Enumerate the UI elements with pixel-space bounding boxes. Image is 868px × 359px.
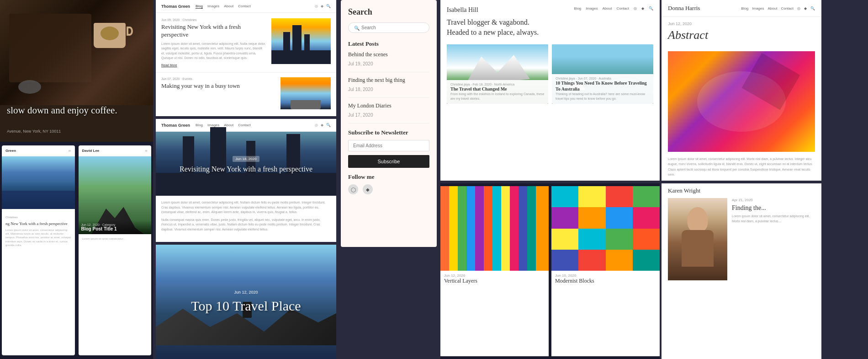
article-1-meta: Jun 09, 2020 · Christines xyxy=(161,18,266,21)
post-3-title[interactable]: My London Diaries xyxy=(348,102,429,109)
blog-twitter-icon[interactable]: ◆ xyxy=(321,4,323,8)
blog-search-icon-mid[interactable]: 🔍 xyxy=(326,123,331,127)
latest-posts-heading: Latest Posts xyxy=(348,40,429,48)
blog-logo-top: Thomas Green xyxy=(161,4,190,9)
donna-header: Donna Harris Blog Images About Contact ◎… xyxy=(662,0,821,17)
coffee-overlay-text: slow down and enjoy coffee. xyxy=(7,104,117,117)
blog-twitter-icon-mid[interactable]: ◆ xyxy=(321,123,323,127)
isabella-blogger-card: Isabella Hill Blog Images About Contact … xyxy=(440,0,660,181)
blog-nav-icons-top: ◎ ◆ 🔍 xyxy=(315,4,331,8)
bridge-shape xyxy=(291,100,321,109)
post-2-title[interactable]: Finding the next big thing xyxy=(348,77,429,84)
karen-name: Karen Wright xyxy=(668,187,700,194)
green-article-title: ng New York with a fresh perspective xyxy=(5,221,71,227)
donna-nav: Blog Images About Contact ◎ ◆ 🔍 xyxy=(741,6,815,11)
search-box[interactable]: 🔍 xyxy=(348,22,429,33)
blog-insta-icon[interactable]: ◎ xyxy=(315,4,318,8)
isabella-insta-icon[interactable]: ◎ xyxy=(634,6,637,11)
subscribe-button[interactable]: Subscribe xyxy=(348,155,429,168)
img-2-title[interactable]: 10 Things You Need To Know Before Travel… xyxy=(556,80,650,92)
blog-search-icon[interactable]: 🔍 xyxy=(326,4,331,8)
karen-content: Apr 21, 2020 Finding the... Lorem ipsum … xyxy=(662,198,821,285)
column-1: Home Blog About Contact ◎ ◆ ◄ xyxy=(0,0,153,359)
cup-handle xyxy=(127,27,133,36)
article-1-text: Jun 09, 2020 · Christines Revisiting New… xyxy=(161,18,266,67)
karen-article-title[interactable]: Finding the... xyxy=(732,204,815,212)
isabella-card-top: Isabella Hill Blog Images About Contact … xyxy=(447,6,653,14)
article-1-title[interactable]: Revisiting New York with a fresh perspec… xyxy=(161,23,266,39)
isabella-nav-contact[interactable]: Contact xyxy=(616,6,629,11)
twitter-social-icon[interactable]: ◆ xyxy=(363,184,373,194)
donna-nav-about[interactable]: About xyxy=(768,6,778,11)
mid-hero-title[interactable]: Revisiting New York with a fresh perspec… xyxy=(180,165,312,174)
mobile-david-header: David Lee ≡ xyxy=(79,145,152,156)
coffee-tray xyxy=(9,14,91,82)
donna-insta-icon[interactable]: ◎ xyxy=(797,6,800,11)
donna-nav-images[interactable]: Images xyxy=(752,6,764,11)
post-item-2[interactable]: Finding the next big thing Jul 18, 2020 xyxy=(348,77,429,98)
isabella-bio: Travel blogger & vagabond. Headed to a n… xyxy=(447,17,653,38)
img-2-date: Christine.jaya - Jun 07, 2020 · Australi… xyxy=(556,77,650,80)
img-1-date: Christine.jaya - Feb 18, 2020 · North Am… xyxy=(450,83,545,86)
abstract-gradient xyxy=(668,51,815,152)
nav-blog-link-mid[interactable]: Blog xyxy=(196,123,203,127)
follow-section: Follow me ◯ ◆ xyxy=(348,173,429,194)
block-7 xyxy=(606,207,633,228)
post-2-date: Jul 18, 2020 xyxy=(348,87,373,92)
isabella-img-1[interactable]: Christine.jaya - Feb 18, 2020 · North Am… xyxy=(447,44,548,104)
vertical-layers-image xyxy=(440,186,549,271)
david-hamburger-icon[interactable]: ≡ xyxy=(145,148,148,153)
nav-about-link[interactable]: About xyxy=(224,4,233,9)
block-8 xyxy=(633,207,660,228)
gallery-item-1[interactable]: Jun 12, 2020 Vertical Layers xyxy=(440,186,549,356)
coffee-bowl xyxy=(18,80,41,94)
donna-nav-contact[interactable]: Contact xyxy=(781,6,794,11)
block-14 xyxy=(578,250,605,271)
search-input[interactable] xyxy=(361,25,423,30)
blog-insta-icon-mid[interactable]: ◎ xyxy=(315,123,318,127)
mid-hero-overlay: Jun 18, 2020 Revisiting New York with a … xyxy=(180,154,312,174)
karen-article-date: Apr 21, 2020 xyxy=(732,198,815,202)
instagram-social-icon[interactable]: ◯ xyxy=(348,184,358,194)
nav-contact-link[interactable]: Contact xyxy=(238,4,251,9)
block-15 xyxy=(606,250,633,271)
img-1-title[interactable]: The Travel that Changed Me xyxy=(450,86,545,92)
isabella-twitter-icon[interactable]: ◆ xyxy=(641,6,644,11)
gallery-item-2[interactable]: Jun 10, 2020 Modernist Blocks xyxy=(551,186,660,356)
hamburger-icon[interactable]: ≡ xyxy=(69,148,71,153)
nav-images-link[interactable]: Images xyxy=(207,4,219,9)
article-2-title[interactable]: Making your way in a busy town xyxy=(161,82,275,90)
gallery-1-title[interactable]: Vertical Layers xyxy=(444,278,545,284)
david-article-body: Lorem ipsum sit amet consectetur... xyxy=(82,237,148,241)
blog-nav-links-mid: Blog Images About Contact xyxy=(196,123,251,127)
isabella-nav-about[interactable]: About xyxy=(603,6,612,11)
donna-nav-blog[interactable]: Blog xyxy=(741,6,748,11)
isabella-img-2[interactable]: Christine.jaya - Jun 07, 2020 · Australi… xyxy=(552,44,653,104)
nav-about-link-mid[interactable]: About xyxy=(224,123,233,127)
blog-card-bottom: Jun 12, 2020 Top 10 Travel Place xyxy=(156,245,336,359)
isabella-search-icon[interactable]: 🔍 xyxy=(649,6,653,11)
nav-blog-link[interactable]: Blog xyxy=(196,4,203,9)
article-1-read-more[interactable]: Read More xyxy=(161,64,266,67)
coffee-bg-image xyxy=(0,0,153,105)
isabella-nav-images[interactable]: Images xyxy=(586,6,598,11)
isabella-name: Isabella Hill xyxy=(447,6,478,14)
post-item-1[interactable]: Behind the scenes Jul 19, 2020 xyxy=(348,51,429,72)
donna-twitter-icon[interactable]: ◆ xyxy=(804,6,807,11)
nav-contact-link-mid[interactable]: Contact xyxy=(238,123,251,127)
donna-search-icon[interactable]: 🔍 xyxy=(810,6,815,11)
modernist-blocks-image xyxy=(551,186,660,271)
mountain-image: Jun 12, 2020 · Category Blog Post Title … xyxy=(79,156,152,234)
gallery-2-title[interactable]: Modernist Blocks xyxy=(555,278,656,284)
bridge-bg xyxy=(281,77,331,109)
post-item-3[interactable]: My London Diaries Jul 17, 2020 xyxy=(348,102,429,123)
donna-article-title[interactable]: Abstract xyxy=(668,28,815,42)
nav-images-link-mid[interactable]: Images xyxy=(207,123,219,127)
email-input[interactable] xyxy=(348,140,429,151)
article-2-text: Jun 07, 2020 · Events Making your way in… xyxy=(161,77,275,109)
karen-text-area: Apr 21, 2020 Finding the... Lorem ipsum … xyxy=(732,198,815,280)
isabella-nav-blog[interactable]: Blog xyxy=(574,6,581,11)
mountain-overlay: Jun 12, 2020 · Category Blog Post Title … xyxy=(79,220,152,234)
skyline-base xyxy=(156,173,336,196)
post-1-title[interactable]: Behind the scenes xyxy=(348,51,429,58)
